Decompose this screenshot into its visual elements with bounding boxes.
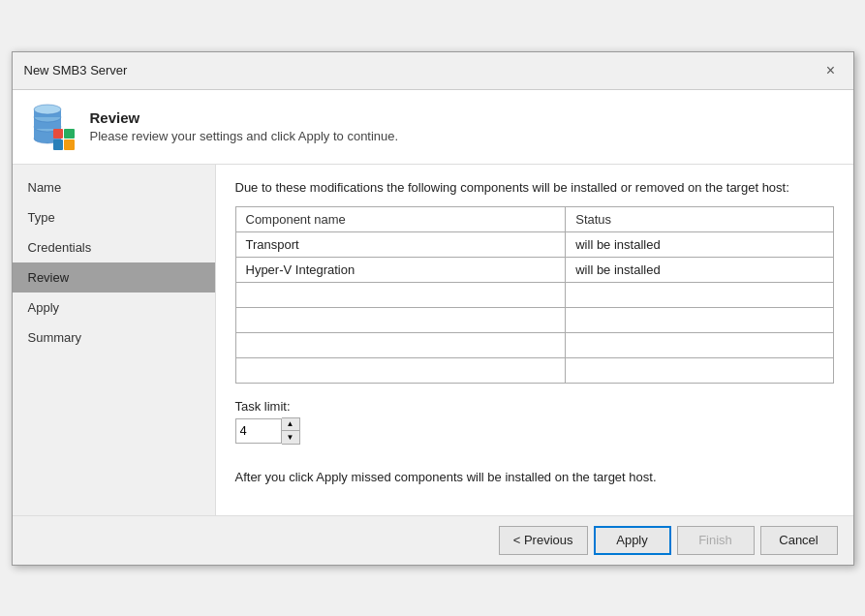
table-row-empty <box>235 282 833 307</box>
table-row-empty <box>235 332 833 357</box>
sidebar-item-type[interactable]: Type <box>13 202 215 232</box>
col-header-component: Component name <box>235 206 566 231</box>
col-header-status: Status <box>566 206 833 231</box>
title-bar: New SMB3 Server × <box>13 52 853 90</box>
spinner-up-button[interactable]: ▲ <box>282 418 299 431</box>
table-row: Hyper-V Integration will be installed <box>235 257 833 282</box>
sidebar-item-name[interactable]: Name <box>13 172 215 202</box>
previous-button[interactable]: < Previous <box>499 526 588 555</box>
table-row-empty <box>235 307 833 332</box>
footer: < Previous Apply Finish Cancel <box>13 515 853 565</box>
task-limit-spinner: ▲ ▼ <box>235 417 834 445</box>
sidebar-item-summary[interactable]: Summary <box>13 323 215 353</box>
dialog-title: New SMB3 Server <box>24 63 128 77</box>
svg-point-6 <box>34 105 61 114</box>
header-title: Review <box>90 109 399 126</box>
table-row-empty <box>235 357 833 383</box>
task-limit-section: Task limit: ▲ ▼ <box>235 399 834 445</box>
main-content: Due to these modifications the following… <box>216 165 853 515</box>
table-row: Transport will be installed <box>235 231 833 257</box>
smb-icon <box>28 104 75 150</box>
component-status-hyperv: will be installed <box>566 257 833 282</box>
close-button[interactable]: × <box>820 60 842 81</box>
component-name-transport: Transport <box>235 231 566 257</box>
description-text: Due to these modifications the following… <box>235 180 834 195</box>
sidebar-item-credentials[interactable]: Credentials <box>13 232 215 262</box>
dialog: New SMB3 Server × <box>12 51 854 566</box>
bottom-message: After you click Apply missed components … <box>235 460 834 500</box>
sidebar: Name Type Credentials Review Apply Summa… <box>13 165 216 515</box>
task-limit-label: Task limit: <box>235 399 834 414</box>
spinner-buttons: ▲ ▼ <box>282 417 300 445</box>
finish-button[interactable]: Finish <box>677 526 755 555</box>
sidebar-item-apply[interactable]: Apply <box>13 293 215 323</box>
header-text: Review Please review your settings and c… <box>90 109 399 143</box>
windows-logo <box>53 129 75 150</box>
sidebar-item-review[interactable]: Review <box>13 262 215 293</box>
task-limit-input[interactable] <box>235 418 282 444</box>
cancel-button[interactable]: Cancel <box>760 526 838 555</box>
content-area: Name Type Credentials Review Apply Summa… <box>13 165 853 515</box>
spinner-down-button[interactable]: ▼ <box>282 431 299 444</box>
component-status-transport: will be installed <box>566 231 833 257</box>
header-area: Review Please review your settings and c… <box>13 90 853 165</box>
apply-button[interactable]: Apply <box>594 526 671 555</box>
component-name-hyperv: Hyper-V Integration <box>235 257 566 282</box>
header-subtitle: Please review your settings and click Ap… <box>90 129 399 143</box>
components-table: Component name Status Transport will be … <box>235 206 834 384</box>
